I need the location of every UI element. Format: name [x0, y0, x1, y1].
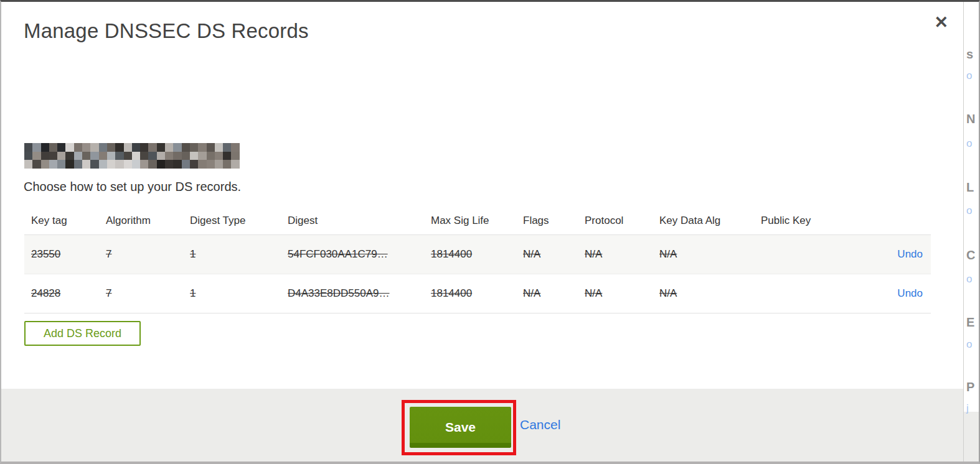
background-text-fragment: s — [966, 48, 973, 60]
background-text-fragment: N — [966, 113, 975, 125]
deleted-value: D4A33E8DD550A9… — [288, 287, 389, 299]
cell-actions: Undo — [854, 234, 931, 274]
background-text-fragment: o — [966, 205, 972, 216]
cell-protocol: N/A — [578, 234, 653, 274]
deleted-value: 7 — [106, 287, 111, 299]
save-button[interactable]: Save — [410, 407, 511, 448]
background-page-strip: soNoLoCoEoPj — [963, 2, 979, 462]
cell-public-key — [754, 234, 854, 274]
cell-digest-type: 1 — [183, 274, 281, 313]
background-page-footer — [964, 412, 979, 462]
deleted-value: N/A — [659, 248, 677, 260]
background-text-fragment: o — [966, 70, 972, 81]
background-text-fragment: P — [966, 381, 974, 393]
background-text-fragment: L — [966, 181, 974, 193]
col-header-max-sig-life: Max Sig Life — [424, 207, 516, 234]
cell-flags: N/A — [516, 274, 578, 313]
redacted-domain-name — [24, 143, 248, 169]
deleted-value: 1 — [190, 287, 196, 299]
undo-link[interactable]: Undo — [897, 248, 923, 260]
deleted-value: 24828 — [31, 287, 60, 299]
cell-max-sig-life: 1814400 — [424, 234, 516, 274]
red-highlight-annotation: Save — [402, 400, 516, 455]
deleted-value: N/A — [585, 287, 602, 299]
page-title: Manage DNSSEC DS Records — [24, 19, 309, 43]
cell-actions: Undo — [854, 274, 931, 313]
cell-digest: D4A33E8DD550A9… — [281, 274, 424, 313]
col-header-digest: Digest — [281, 207, 424, 234]
cell-algorithm: 7 — [99, 274, 183, 313]
deleted-value: 54FCF030AA1C79… — [288, 248, 388, 260]
cell-protocol: N/A — [578, 274, 653, 313]
deleted-value: 1814400 — [431, 287, 472, 299]
col-header-actions — [854, 207, 931, 234]
background-text-fragment: o — [966, 339, 972, 350]
cell-max-sig-life: 1814400 — [424, 274, 516, 313]
background-text-fragment: j — [966, 403, 969, 414]
deleted-value: N/A — [659, 287, 677, 299]
deleted-value: 1814400 — [431, 248, 472, 260]
cell-key-data-alg: N/A — [653, 234, 754, 274]
cell-algorithm: 7 — [99, 234, 183, 274]
table-row: 24828 7 1 D4A33E8DD550A9… 1814400 N/A N/… — [24, 274, 931, 313]
deleted-value: N/A — [523, 287, 540, 299]
background-text-fragment: C — [966, 249, 975, 261]
cell-flags: N/A — [516, 234, 578, 274]
col-header-flags: Flags — [516, 207, 578, 234]
col-header-key-tag: Key tag — [24, 207, 99, 234]
cell-key-tag: 24828 — [24, 274, 99, 313]
modal-footer: Save Cancel — [1, 389, 963, 462]
col-header-key-data-alg: Key Data Alg — [653, 207, 754, 234]
background-text-fragment: o — [966, 274, 972, 284]
background-text-fragment: o — [966, 138, 972, 149]
undo-link[interactable]: Undo — [897, 287, 923, 299]
col-header-algorithm: Algorithm — [99, 207, 183, 234]
table-row: 23550 7 1 54FCF030AA1C79… 1814400 N/A N/… — [24, 234, 931, 274]
close-icon[interactable]: ✕ — [934, 14, 948, 31]
deleted-value: 7 — [106, 248, 111, 260]
cell-digest-type: 1 — [183, 234, 281, 274]
deleted-value: N/A — [523, 248, 540, 260]
ds-records-table: Key tag Algorithm Digest Type Digest Max… — [24, 207, 931, 313]
add-ds-record-button[interactable]: Add DS Record — [24, 321, 141, 346]
deleted-value: N/A — [585, 248, 602, 260]
cell-key-data-alg: N/A — [653, 274, 754, 313]
col-header-public-key: Public Key — [754, 207, 854, 234]
cell-digest: 54FCF030AA1C79… — [281, 234, 424, 274]
instruction-text: Choose how to set up your DS records. — [24, 180, 241, 194]
cancel-link[interactable]: Cancel — [520, 417, 560, 432]
col-header-protocol: Protocol — [578, 207, 653, 234]
screenshot-frame: Manage DNSSEC DS Records ✕ Choose how to… — [0, 0, 980, 464]
background-text-fragment: E — [966, 316, 974, 328]
table-header-row: Key tag Algorithm Digest Type Digest Max… — [24, 207, 931, 234]
deleted-value: 1 — [190, 248, 196, 260]
manage-dnssec-modal: Manage DNSSEC DS Records ✕ Choose how to… — [1, 2, 963, 462]
col-header-digest-type: Digest Type — [183, 207, 281, 234]
cell-key-tag: 23550 — [24, 234, 99, 274]
deleted-value: 23550 — [31, 248, 60, 260]
cell-public-key — [754, 274, 854, 313]
